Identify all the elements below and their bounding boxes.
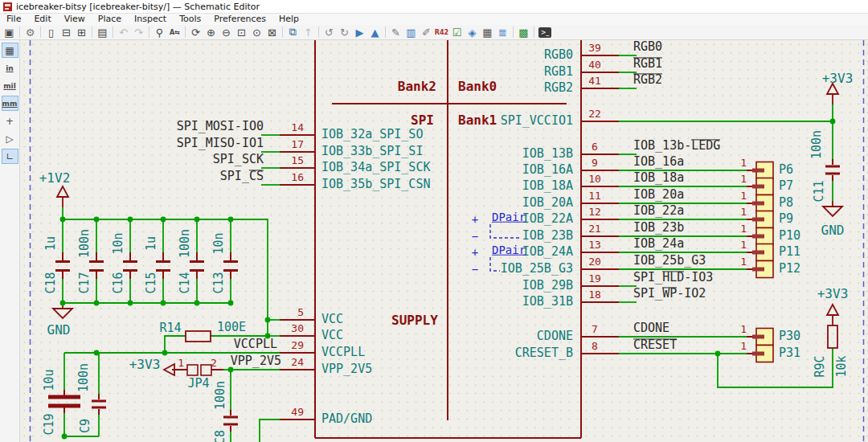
pin-name[interactable]: IOB_29B <box>522 280 573 293</box>
net-label[interactable]: SPI_SCK <box>213 153 264 166</box>
connector-pin-number[interactable]: 1 <box>740 190 747 202</box>
menu-help[interactable]: Help <box>272 14 305 25</box>
pin-name[interactable]: IOB_34a_SPI_SCK <box>321 162 430 174</box>
pin-name[interactable]: VPP_2V5 <box>321 363 372 376</box>
component-value[interactable]: 10k <box>836 355 849 377</box>
connector-label[interactable]: P12 <box>779 263 800 276</box>
power-net-label[interactable]: +1V2 <box>39 172 71 186</box>
net-label[interactable]: RGB1 <box>633 57 662 71</box>
pin-name[interactable]: IOB_23B <box>522 230 573 243</box>
dpair-plus[interactable]: + <box>472 247 478 259</box>
erc-button[interactable]: ☑ <box>449 26 465 39</box>
power-net-label[interactable]: GND <box>821 224 845 238</box>
component-ref[interactable]: C14 <box>179 272 192 293</box>
pin-number[interactable]: 16 <box>291 172 304 183</box>
pin-number[interactable]: 7 <box>592 324 598 335</box>
net-label[interactable]: IOB_25b_G3 <box>633 255 706 268</box>
menu-tools[interactable]: Tools <box>173 14 207 25</box>
connector-label[interactable]: P7 <box>779 180 793 193</box>
net-label[interactable]: SPI_MOSI-IO0 <box>177 121 264 133</box>
undo-button[interactable]: ↶ <box>116 26 131 39</box>
pin-number[interactable]: 11 <box>588 190 601 202</box>
menu-view[interactable]: View <box>58 14 92 25</box>
component-ref[interactable]: R14 <box>159 322 181 335</box>
menu-file[interactable]: File <box>0 14 27 25</box>
bank-header[interactable]: Bank0 <box>458 80 497 94</box>
component-ref[interactable]: R9C <box>814 355 827 377</box>
zoom-in-button[interactable]: ⊕ <box>203 26 219 39</box>
component-value[interactable]: 100n <box>78 363 91 392</box>
pin-name[interactable]: IOB_13B <box>522 148 573 161</box>
show-hidden-pins-button[interactable]: ▷ <box>2 131 18 146</box>
connector-pin-number[interactable]: 1 <box>740 207 747 218</box>
bank-header[interactable]: SUPPLY <box>391 314 438 328</box>
pin-number[interactable]: 9 <box>592 158 598 169</box>
rotate-cw-button[interactable]: ↻ <box>337 26 352 39</box>
net-label[interactable]: SPI_MISO-IO1 <box>177 137 264 150</box>
bank-header[interactable]: Bank2 <box>398 80 436 94</box>
pin-number[interactable]: 41 <box>588 76 601 87</box>
jumper-pin-number[interactable]: 2 <box>211 358 217 369</box>
component-value[interactable]: 1u <box>45 236 58 251</box>
find-button[interactable]: ⚲ <box>152 26 167 39</box>
pin-number[interactable]: 19 <box>588 273 601 284</box>
scripting-console-button[interactable]: >_ <box>538 27 551 38</box>
symbol-fields-table-button[interactable]: ▦ <box>480 26 495 39</box>
pin-number[interactable]: 13 <box>588 239 601 251</box>
net-label[interactable]: IOB_23b <box>633 222 684 235</box>
menu-inspect[interactable]: Inspect <box>128 14 173 25</box>
pin-name[interactable]: CRESET_B <box>515 347 573 360</box>
net-label[interactable]: IOB_18a <box>633 172 684 185</box>
schematic-setup-button[interactable]: ⚙ <box>23 26 38 39</box>
pin-number[interactable]: 14 <box>291 122 304 133</box>
connector-label[interactable]: P31 <box>779 347 800 360</box>
connector-label[interactable]: P6 <box>779 164 793 177</box>
pin-name[interactable]: IOB_31B <box>522 296 573 309</box>
connector-pin-number[interactable]: 1 <box>740 158 747 169</box>
pin-name[interactable]: VCCPLL <box>321 346 365 359</box>
pin-number[interactable]: 8 <box>592 341 598 352</box>
connector-pin-number[interactable]: 1 <box>740 256 747 268</box>
dpair-label[interactable]: DPair <box>492 211 526 223</box>
pin-number[interactable]: 10 <box>588 174 601 185</box>
paste-button[interactable]: ▤ <box>95 26 110 39</box>
dpair-label[interactable]: DPair <box>492 244 526 256</box>
pin-name[interactable]: CDONE <box>537 330 573 343</box>
pin-number[interactable]: 22 <box>588 108 601 120</box>
component-value[interactable]: 10n <box>213 232 226 254</box>
bank-header[interactable]: Bank1 <box>458 114 497 128</box>
zoom-to-fit-button[interactable]: ⊡ <box>234 26 249 39</box>
pin-number[interactable]: 20 <box>588 256 601 268</box>
pin-name[interactable]: IOB_25B_G3 <box>501 263 573 276</box>
zoom-to-selection-button[interactable]: ⊠ <box>264 26 280 39</box>
menu-preferences[interactable]: Preferences <box>207 14 272 25</box>
connector-pin-number[interactable]: 1 <box>740 324 747 335</box>
net-label[interactable]: RGB2 <box>633 73 662 87</box>
pin-number[interactable]: 49 <box>291 407 304 418</box>
bank-header[interactable]: SPI <box>411 114 434 128</box>
redo-button[interactable]: ↷ <box>131 26 146 39</box>
pin-number[interactable]: 17 <box>291 139 304 150</box>
power-net-label[interactable]: GND <box>47 324 71 338</box>
plot-button[interactable]: ⊞ <box>74 26 89 39</box>
pin-number[interactable]: 39 <box>588 43 601 54</box>
pin-name[interactable]: IOB_24A <box>522 246 573 259</box>
net-label[interactable]: IOB_16a <box>633 156 684 169</box>
mirror-horizontal-button[interactable]: ▲ <box>367 26 383 39</box>
net-label[interactable]: SPI_CS <box>220 170 264 183</box>
pin-number[interactable]: 5 <box>297 307 304 318</box>
pin-number[interactable]: 24 <box>291 357 304 368</box>
component-ref[interactable]: C8 <box>215 430 227 442</box>
pin-name[interactable]: VCC <box>321 329 343 342</box>
dpair-minus[interactable]: − <box>472 231 478 243</box>
assign-footprints-button[interactable]: ◈ <box>465 26 480 39</box>
component-ref[interactable]: C11 <box>813 180 826 202</box>
connector-label[interactable]: P30 <box>779 330 800 343</box>
connector-pin-number[interactable]: 1 <box>740 341 747 352</box>
rotate-ccw-button[interactable]: ↺ <box>321 26 337 39</box>
zoom-to-objects-button[interactable]: ⊙ <box>249 26 264 39</box>
units-mils-button[interactable]: mil <box>2 78 18 93</box>
component-value[interactable]: 10n <box>113 232 125 254</box>
component-value[interactable]: 100E <box>217 321 246 334</box>
jumper-pin-number[interactable]: 1 <box>178 358 184 369</box>
